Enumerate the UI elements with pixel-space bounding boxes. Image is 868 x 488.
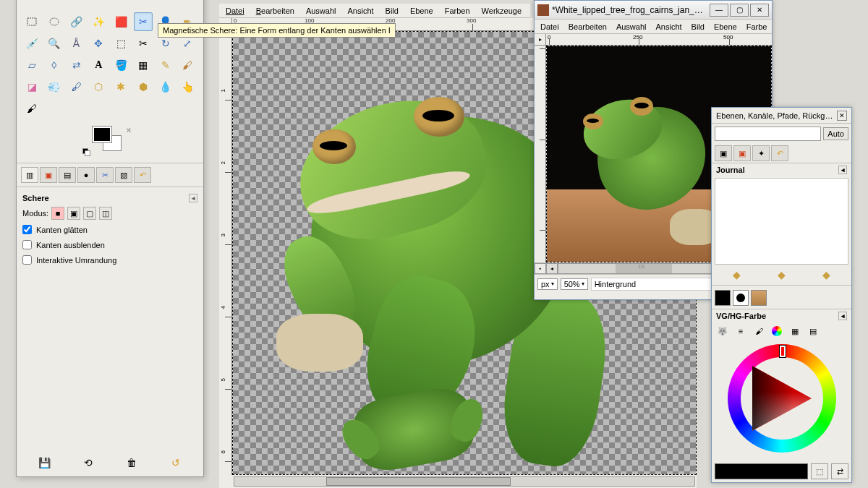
fg-color-swatch[interactable] — [93, 127, 111, 142]
win2-menu-ebene[interactable]: Ebene — [710, 21, 741, 33]
measure-tool[interactable]: Å — [67, 34, 86, 53]
menu-bild[interactable]: Bild — [380, 5, 404, 17]
current-color-slot[interactable] — [715, 463, 808, 479]
perspective-clone-tool[interactable]: ⬢ — [134, 77, 153, 96]
check-smooth-edges[interactable]: Kanten glätten — [22, 222, 197, 237]
mode-add[interactable]: ▣ — [67, 207, 80, 220]
undo-button-icon[interactable]: ◆ — [733, 269, 741, 281]
dock-tab-channels[interactable]: ▤ — [59, 167, 76, 183]
paintbrush-tool[interactable]: 🖌 — [178, 56, 197, 74]
dodge-burn-tool[interactable]: 🖌 — [22, 99, 41, 118]
color-tab-wheel[interactable] — [769, 324, 785, 338]
dock-tab-layers2[interactable]: ▣ — [715, 145, 732, 161]
menu-bearbeiten[interactable]: Bearbeiten — [251, 5, 299, 17]
dock-tab-scissors[interactable]: ✂ — [96, 167, 114, 183]
pattern-swatch[interactable] — [751, 290, 767, 306]
close-button[interactable]: ✕ — [750, 4, 769, 17]
default-colors-icon[interactable] — [82, 148, 91, 157]
menu-werkzeuge[interactable]: Werkzeuge — [477, 5, 527, 17]
win2-menu-bearbeiten[interactable]: Bearbeiten — [564, 21, 611, 33]
color-collapse-icon[interactable]: ◂ — [838, 312, 847, 320]
color-to-fg-icon[interactable]: ⬚ — [811, 463, 828, 479]
color-swap-icon[interactable]: ⇄ — [831, 463, 848, 479]
footer-reset-icon[interactable]: ↺ — [168, 455, 184, 471]
mode-replace[interactable]: ■ — [51, 207, 64, 220]
dock-close-icon[interactable]: ✕ — [837, 111, 847, 121]
dock-tab-brushes[interactable]: ● — [77, 167, 95, 183]
win2-menu-ansicht[interactable]: Ansicht — [651, 21, 686, 33]
text-tool[interactable]: A — [89, 56, 108, 74]
menu-ebene[interactable]: Ebene — [405, 5, 438, 17]
color-tab-palette[interactable]: ▦ — [787, 324, 803, 338]
win2-ruler-origin[interactable]: ▸ — [535, 34, 546, 46]
crop-tool[interactable]: ✂ — [134, 34, 153, 53]
rect-select-tool[interactable] — [22, 12, 41, 31]
auto-button[interactable]: Auto — [823, 127, 848, 140]
dock-tab-gradient[interactable]: ▧ — [115, 167, 132, 183]
canvas-hscrollbar[interactable] — [232, 475, 697, 488]
scissors-tool[interactable]: ✂ — [134, 12, 153, 31]
dock-tab-tool-options[interactable]: ▥ — [21, 167, 38, 183]
by-color-select-tool[interactable]: 🟥 — [111, 12, 130, 31]
color-tab-scales[interactable]: ▤ — [805, 324, 821, 338]
zoom-selector[interactable]: 50%▾ — [561, 278, 588, 290]
win2-quickmask-icon[interactable]: ▪ — [535, 263, 546, 274]
align-tool[interactable]: ⬚ — [111, 34, 130, 53]
journal-collapse-icon[interactable]: ◂ — [838, 166, 847, 174]
color-tab-sliders[interactable]: ≡ — [733, 324, 749, 338]
menu-ansicht[interactable]: Ansicht — [342, 5, 378, 17]
unit-selector[interactable]: px▾ — [537, 278, 558, 290]
win2-menu-auswahl[interactable]: Auswahl — [612, 21, 651, 33]
dock-tab-paths2[interactable]: ✦ — [752, 145, 770, 161]
fuzzy-select-tool[interactable]: ✨ — [89, 12, 108, 31]
check-interactive-input[interactable] — [22, 255, 32, 265]
pencil-tool[interactable]: ✎ — [156, 56, 175, 74]
perspective-tool[interactable]: ◊ — [45, 56, 64, 74]
blur-tool[interactable]: 💧 — [156, 77, 175, 96]
shear-tool[interactable]: ▱ — [22, 56, 41, 74]
swap-colors-icon[interactable]: ⤭ — [126, 127, 132, 134]
undo-history-list[interactable] — [715, 178, 848, 265]
bucket-fill-tool[interactable]: 🪣 — [111, 56, 130, 74]
win2-titlebar[interactable]: *White_lipped_tree_frog_cairns_jan_8_20.… — [535, 1, 772, 20]
heal-tool[interactable]: ✱ — [111, 77, 130, 96]
eraser-tool[interactable]: ◪ — [22, 77, 41, 96]
zoom-tool[interactable]: 🔍 — [45, 34, 64, 53]
menu-datei[interactable]: Datei — [221, 5, 250, 17]
color-tab-wilber[interactable]: 🐺 — [715, 324, 731, 338]
hue-ring-marker[interactable] — [780, 346, 786, 357]
minimize-button[interactable]: — — [710, 4, 728, 17]
dock-tab-undo[interactable]: ↶ — [134, 167, 151, 183]
blend-tool[interactable]: ▦ — [134, 56, 153, 74]
brush-shape-swatch[interactable] — [733, 290, 749, 306]
mode-subtract[interactable]: ▢ — [83, 207, 96, 220]
dock-tab-channels2[interactable]: ▣ — [733, 145, 751, 161]
ink-tool[interactable]: 🖋 — [67, 77, 86, 96]
brush-swatch[interactable] — [715, 290, 731, 306]
airbrush-tool[interactable]: 💨 — [45, 77, 64, 96]
dock-tab-undo2[interactable]: ↶ — [771, 145, 788, 161]
win2-menu-bild[interactable]: Bild — [687, 21, 709, 33]
menu-auswahl[interactable]: Auswahl — [301, 5, 341, 17]
color-tab-brush[interactable]: 🖌 — [751, 324, 767, 338]
check-smooth-input[interactable] — [22, 225, 32, 234]
clone-tool[interactable]: ⬡ — [89, 77, 108, 96]
color-picker-tool[interactable]: 💉 — [22, 34, 41, 53]
check-feather-input[interactable] — [22, 240, 32, 249]
win2-menu-farbe[interactable]: Farbe — [742, 21, 772, 33]
footer-save-icon[interactable]: 💾 — [36, 455, 52, 471]
image-selector-combo[interactable] — [715, 127, 821, 141]
win2-ruler-v[interactable] — [535, 46, 546, 262]
win2-scroll-left[interactable]: ◂ — [546, 263, 558, 274]
flip-tool[interactable]: ⇄ — [67, 56, 86, 74]
dock-titlebar[interactable]: Ebenen, Kanäle, Pfade, Rückgäng... ✕ — [712, 108, 851, 124]
win2-menu-datei[interactable]: Datei — [536, 21, 563, 33]
tool-options-collapse-icon[interactable]: ◂ — [189, 194, 197, 202]
ruler-vertical[interactable]: 1 2 3 4 5 6 — [219, 31, 232, 475]
check-feather-edges[interactable]: Kanten ausblenden — [22, 237, 197, 252]
maximize-button[interactable]: ▢ — [730, 4, 749, 17]
color-wheel[interactable] — [728, 344, 836, 453]
check-interactive-boundary[interactable]: Interaktive Umrandung — [22, 252, 197, 267]
dock-tab-layers[interactable]: ▣ — [40, 167, 57, 183]
ellipse-select-tool[interactable] — [45, 12, 64, 31]
